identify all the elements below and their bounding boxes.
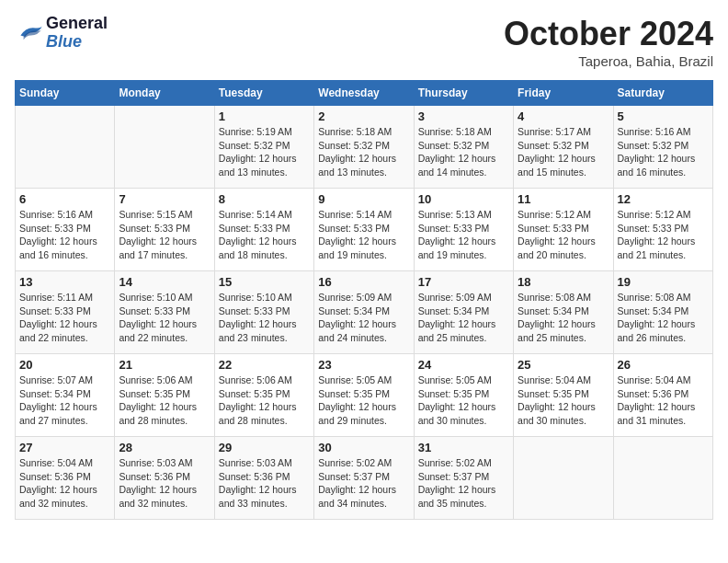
header-friday: Friday xyxy=(514,81,613,106)
calendar-cell: 21Sunrise: 5:06 AM Sunset: 5:35 PM Dayli… xyxy=(115,354,214,437)
calendar-cell: 1Sunrise: 5:19 AM Sunset: 5:32 PM Daylig… xyxy=(214,106,313,189)
week-row-1: 1Sunrise: 5:19 AM Sunset: 5:32 PM Daylig… xyxy=(16,106,713,189)
calendar-cell: 9Sunrise: 5:14 AM Sunset: 5:33 PM Daylig… xyxy=(314,189,414,271)
day-number: 6 xyxy=(19,192,110,206)
calendar-cell xyxy=(613,437,712,520)
day-info: Sunrise: 5:13 AM Sunset: 5:33 PM Dayligh… xyxy=(418,208,509,262)
day-number: 15 xyxy=(219,275,310,289)
day-number: 30 xyxy=(318,441,409,454)
day-info: Sunrise: 5:17 AM Sunset: 5:32 PM Dayligh… xyxy=(518,125,609,179)
day-info: Sunrise: 5:10 AM Sunset: 5:33 PM Dayligh… xyxy=(119,291,210,345)
day-info: Sunrise: 5:14 AM Sunset: 5:33 PM Dayligh… xyxy=(219,208,310,262)
day-number: 25 xyxy=(518,358,609,372)
header-wednesday: Wednesday xyxy=(314,81,414,106)
title-block: October 2024 Taperoa, Bahia, Brazil xyxy=(504,15,713,69)
day-info: Sunrise: 5:14 AM Sunset: 5:33 PM Dayligh… xyxy=(318,208,409,262)
day-info: Sunrise: 5:16 AM Sunset: 5:33 PM Dayligh… xyxy=(19,208,110,262)
day-info: Sunrise: 5:12 AM Sunset: 5:33 PM Dayligh… xyxy=(618,208,709,262)
calendar-cell: 10Sunrise: 5:13 AM Sunset: 5:33 PM Dayli… xyxy=(414,189,513,271)
day-info: Sunrise: 5:09 AM Sunset: 5:34 PM Dayligh… xyxy=(318,291,409,345)
day-info: Sunrise: 5:06 AM Sunset: 5:35 PM Dayligh… xyxy=(119,373,210,428)
day-number: 7 xyxy=(119,192,210,206)
day-number: 14 xyxy=(119,275,210,289)
day-number: 19 xyxy=(618,275,709,289)
calendar-cell: 6Sunrise: 5:16 AM Sunset: 5:33 PM Daylig… xyxy=(16,189,115,271)
calendar-cell: 18Sunrise: 5:08 AM Sunset: 5:34 PM Dayli… xyxy=(514,271,613,354)
calendar-cell xyxy=(514,437,613,520)
day-info: Sunrise: 5:05 AM Sunset: 5:35 PM Dayligh… xyxy=(418,373,509,428)
day-number: 26 xyxy=(618,358,709,372)
day-info: Sunrise: 5:15 AM Sunset: 5:33 PM Dayligh… xyxy=(119,208,210,262)
calendar-cell: 4Sunrise: 5:17 AM Sunset: 5:32 PM Daylig… xyxy=(514,106,613,189)
logo-text-blue: Blue xyxy=(46,33,108,52)
week-row-5: 27Sunrise: 5:04 AM Sunset: 5:36 PM Dayli… xyxy=(16,437,713,520)
day-info: Sunrise: 5:04 AM Sunset: 5:36 PM Dayligh… xyxy=(618,373,709,428)
day-info: Sunrise: 5:04 AM Sunset: 5:36 PM Dayligh… xyxy=(19,456,110,511)
day-number: 1 xyxy=(219,109,310,123)
calendar-cell: 27Sunrise: 5:04 AM Sunset: 5:36 PM Dayli… xyxy=(16,437,115,520)
calendar-cell: 22Sunrise: 5:06 AM Sunset: 5:35 PM Dayli… xyxy=(214,354,313,437)
day-number: 2 xyxy=(318,109,409,123)
day-info: Sunrise: 5:04 AM Sunset: 5:35 PM Dayligh… xyxy=(518,373,609,428)
day-info: Sunrise: 5:12 AM Sunset: 5:33 PM Dayligh… xyxy=(518,208,609,262)
location-subtitle: Taperoa, Bahia, Brazil xyxy=(504,53,713,69)
day-number: 11 xyxy=(518,192,609,206)
calendar-cell: 13Sunrise: 5:11 AM Sunset: 5:33 PM Dayli… xyxy=(16,271,115,354)
day-number: 5 xyxy=(618,109,709,123)
calendar-cell: 25Sunrise: 5:04 AM Sunset: 5:35 PM Dayli… xyxy=(514,354,613,437)
calendar-cell: 7Sunrise: 5:15 AM Sunset: 5:33 PM Daylig… xyxy=(115,189,214,271)
calendar-cell: 19Sunrise: 5:08 AM Sunset: 5:34 PM Dayli… xyxy=(613,271,712,354)
day-info: Sunrise: 5:18 AM Sunset: 5:32 PM Dayligh… xyxy=(318,125,409,179)
day-number: 3 xyxy=(418,109,509,123)
calendar-cell: 12Sunrise: 5:12 AM Sunset: 5:33 PM Dayli… xyxy=(613,189,712,271)
page-header: General Blue October 2024 Taperoa, Bahia… xyxy=(15,15,713,69)
calendar-cell: 5Sunrise: 5:16 AM Sunset: 5:32 PM Daylig… xyxy=(613,106,712,189)
day-number: 23 xyxy=(318,358,409,372)
day-info: Sunrise: 5:10 AM Sunset: 5:33 PM Dayligh… xyxy=(219,291,310,345)
calendar-cell xyxy=(16,106,115,189)
day-number: 9 xyxy=(318,192,409,206)
calendar-cell: 2Sunrise: 5:18 AM Sunset: 5:32 PM Daylig… xyxy=(314,106,414,189)
day-number: 17 xyxy=(418,275,509,289)
day-number: 18 xyxy=(518,275,609,289)
calendar-cell xyxy=(115,106,214,189)
day-info: Sunrise: 5:05 AM Sunset: 5:35 PM Dayligh… xyxy=(318,373,409,428)
day-info: Sunrise: 5:02 AM Sunset: 5:37 PM Dayligh… xyxy=(318,456,409,511)
calendar-cell: 3Sunrise: 5:18 AM Sunset: 5:32 PM Daylig… xyxy=(414,106,513,189)
day-number: 21 xyxy=(119,358,210,372)
month-title: October 2024 xyxy=(504,15,713,53)
calendar-cell: 15Sunrise: 5:10 AM Sunset: 5:33 PM Dayli… xyxy=(214,271,313,354)
calendar-cell: 20Sunrise: 5:07 AM Sunset: 5:34 PM Dayli… xyxy=(16,354,115,437)
calendar-cell: 17Sunrise: 5:09 AM Sunset: 5:34 PM Dayli… xyxy=(414,271,513,354)
header-thursday: Thursday xyxy=(414,81,513,106)
day-info: Sunrise: 5:08 AM Sunset: 5:34 PM Dayligh… xyxy=(618,291,709,345)
calendar-cell: 31Sunrise: 5:02 AM Sunset: 5:37 PM Dayli… xyxy=(414,437,513,520)
day-number: 31 xyxy=(418,441,509,454)
day-info: Sunrise: 5:08 AM Sunset: 5:34 PM Dayligh… xyxy=(518,291,609,345)
day-info: Sunrise: 5:09 AM Sunset: 5:34 PM Dayligh… xyxy=(418,291,509,345)
week-row-3: 13Sunrise: 5:11 AM Sunset: 5:33 PM Dayli… xyxy=(16,271,713,354)
day-number: 29 xyxy=(219,441,310,454)
day-info: Sunrise: 5:03 AM Sunset: 5:36 PM Dayligh… xyxy=(119,456,210,511)
header-monday: Monday xyxy=(115,81,214,106)
day-number: 12 xyxy=(618,192,709,206)
day-number: 8 xyxy=(219,192,310,206)
calendar-cell: 28Sunrise: 5:03 AM Sunset: 5:36 PM Dayli… xyxy=(115,437,214,520)
calendar-cell: 11Sunrise: 5:12 AM Sunset: 5:33 PM Dayli… xyxy=(514,189,613,271)
day-info: Sunrise: 5:18 AM Sunset: 5:32 PM Dayligh… xyxy=(418,125,509,179)
day-info: Sunrise: 5:06 AM Sunset: 5:35 PM Dayligh… xyxy=(219,373,310,428)
day-info: Sunrise: 5:07 AM Sunset: 5:34 PM Dayligh… xyxy=(19,373,110,428)
calendar-table: SundayMondayTuesdayWednesdayThursdayFrid… xyxy=(15,80,713,520)
day-number: 20 xyxy=(19,358,110,372)
day-number: 10 xyxy=(418,192,509,206)
day-number: 22 xyxy=(219,358,310,372)
calendar-cell: 24Sunrise: 5:05 AM Sunset: 5:35 PM Dayli… xyxy=(414,354,513,437)
calendar-cell: 26Sunrise: 5:04 AM Sunset: 5:36 PM Dayli… xyxy=(613,354,712,437)
day-number: 28 xyxy=(119,441,210,454)
day-info: Sunrise: 5:19 AM Sunset: 5:32 PM Dayligh… xyxy=(219,125,310,179)
calendar-cell: 23Sunrise: 5:05 AM Sunset: 5:35 PM Dayli… xyxy=(314,354,414,437)
logo-text-general: General xyxy=(46,15,108,33)
calendar-cell: 30Sunrise: 5:02 AM Sunset: 5:37 PM Dayli… xyxy=(314,437,414,520)
logo-icon xyxy=(15,20,44,46)
calendar-cell: 14Sunrise: 5:10 AM Sunset: 5:33 PM Dayli… xyxy=(115,271,214,354)
